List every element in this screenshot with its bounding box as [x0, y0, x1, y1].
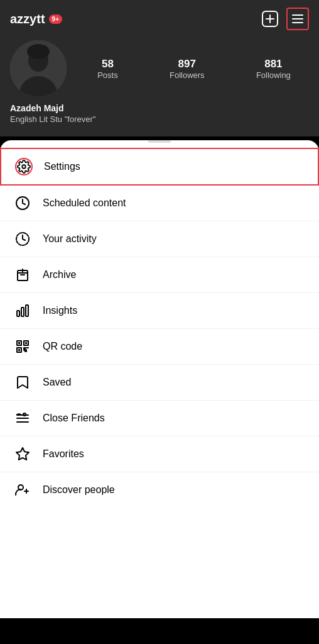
menu-item-settings[interactable]: Settings [0, 148, 319, 186]
archive-icon [14, 266, 31, 284]
hamburger-line-1 [292, 14, 303, 16]
menu-item-scheduled-content[interactable]: Scheduled content [0, 186, 319, 221]
profile-header: azzytt 9+ [0, 0, 319, 136]
following-count: 881 [264, 58, 282, 70]
top-bar: azzytt 9+ [10, 8, 309, 30]
posts-count: 58 [102, 58, 114, 70]
close-friends-icon [14, 409, 31, 427]
followers-count: 897 [178, 58, 196, 70]
menu-item-saved[interactable]: Saved [0, 365, 319, 401]
notification-badge: 9+ [49, 14, 62, 24]
saved-label: Saved [43, 377, 71, 388]
settings-icon [15, 158, 33, 175]
username: azzytt [10, 12, 45, 26]
svg-rect-11 [21, 308, 24, 316]
menu-item-qr-code[interactable]: QR code [0, 329, 319, 365]
menu-item-discover-people[interactable]: Discover people [0, 472, 319, 508]
qr-code-label: QR code [43, 341, 82, 352]
scheduled-content-icon [14, 194, 31, 212]
profile-info-row: 58 Posts 897 Followers 881 Following [10, 40, 309, 97]
favorites-icon [14, 445, 31, 463]
followers-stat: 897 Followers [170, 58, 205, 80]
top-icons [260, 8, 309, 30]
your-activity-icon [14, 230, 31, 248]
your-activity-label: Your activity [43, 233, 97, 245]
close-friends-label: Close Friends [43, 413, 105, 424]
profile-bio: English Lit Stu "forever" [10, 114, 309, 124]
posts-stat: 58 Posts [97, 58, 118, 80]
menu-item-your-activity[interactable]: Your activity [0, 221, 319, 257]
archive-label: Archive [43, 269, 76, 280]
menu-item-favorites[interactable]: Favorites [0, 436, 319, 472]
saved-icon [14, 374, 31, 391]
following-stat: 881 Following [256, 58, 291, 80]
menu-item-close-friends[interactable]: Close Friends [0, 401, 319, 436]
hamburger-line-2 [292, 18, 303, 19]
menu-item-insights[interactable]: Insights [0, 293, 319, 329]
favorites-label: Favorites [43, 448, 84, 460]
menu-item-archive[interactable]: Archive [0, 257, 319, 293]
avatar [10, 40, 67, 97]
bottom-sheet: Settings Scheduled content Your activity [0, 140, 319, 618]
discover-people-icon [14, 481, 31, 499]
svg-rect-18 [18, 349, 20, 351]
insights-icon [14, 302, 31, 319]
username-row: azzytt 9+ [10, 12, 62, 26]
stats-row: 58 Posts 897 Followers 881 Following [79, 58, 309, 80]
insights-label: Insights [43, 305, 77, 316]
svg-marker-28 [16, 448, 29, 460]
settings-label: Settings [44, 161, 80, 172]
svg-rect-17 [25, 342, 27, 344]
svg-rect-10 [17, 311, 19, 316]
hamburger-button[interactable] [286, 8, 309, 30]
drag-handle[interactable] [148, 140, 171, 143]
followers-label: Followers [170, 70, 205, 80]
hamburger-line-3 [292, 22, 303, 23]
qr-code-icon [14, 338, 31, 355]
svg-rect-12 [26, 305, 28, 316]
discover-people-label: Discover people [43, 484, 115, 496]
svg-point-7 [22, 165, 26, 169]
avatar-inner [10, 40, 67, 97]
profile-name: Azadeh Majd [10, 103, 309, 113]
svg-rect-16 [18, 342, 20, 344]
svg-point-6 [27, 44, 50, 59]
following-label: Following [256, 70, 291, 80]
posts-label: Posts [97, 70, 118, 80]
add-button[interactable] [260, 9, 280, 29]
scheduled-content-label: Scheduled content [43, 197, 126, 209]
